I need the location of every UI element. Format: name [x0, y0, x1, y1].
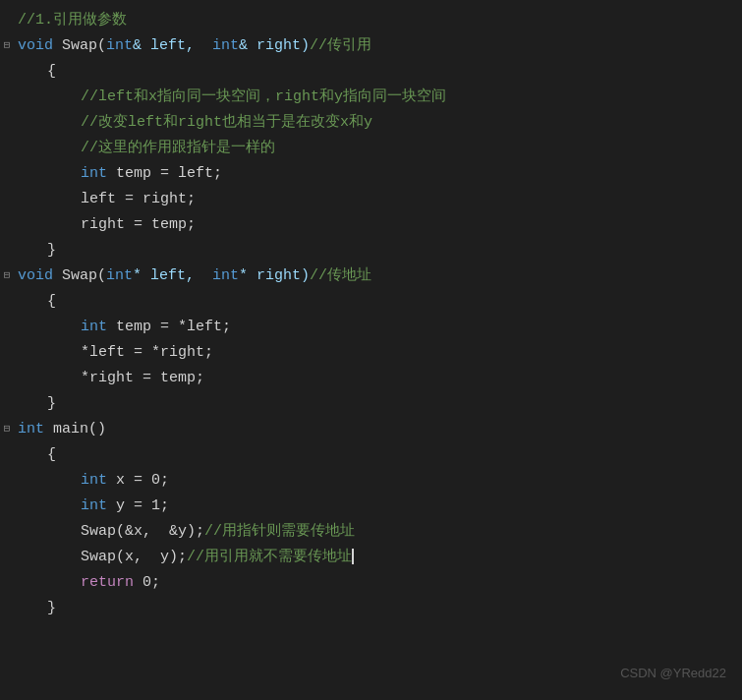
code-token: //用引用就不需要传地址 [187, 549, 352, 565]
line-content: //改变left和right也相当于是在改变x和y [14, 111, 742, 135]
code-token: //传引用 [310, 37, 371, 54]
line-content: *left = *right; [14, 341, 742, 365]
code-token: Swap( [53, 267, 106, 284]
code-token: 0; [134, 574, 160, 591]
fold-gutter[interactable]: ⊟ [0, 37, 14, 55]
line-content: Swap(&x, &y);//用指针则需要传地址 [14, 520, 742, 544]
code-token: main() [44, 421, 106, 438]
code-token: int [18, 421, 44, 438]
fold-gutter[interactable]: ⊟ [0, 267, 14, 285]
code-token: //left和x指向同一块空间，right和y指向同一块空间 [81, 88, 446, 105]
line-content: int y = 1; [14, 495, 742, 518]
line-content: //这里的作用跟指针是一样的 [14, 137, 742, 160]
line-content: Swap(x, y);//用引用就不需要传地址 [14, 546, 742, 569]
code-token: //传地址 [310, 267, 371, 284]
code-token: int [106, 267, 133, 284]
code-line: ⊟void Swap(int* left, int* right)//传地址 [0, 263, 742, 289]
code-line: { [0, 289, 742, 315]
code-token: & left, [133, 37, 212, 54]
code-token: Swap(&x, &y); [81, 523, 204, 540]
line-content: } [14, 597, 742, 620]
code-token: int [212, 37, 239, 54]
line-content: } [14, 392, 742, 416]
line-content: left = right; [14, 188, 742, 211]
line-content: { [14, 290, 742, 314]
watermark: CSDN @YRedd22 [620, 664, 726, 684]
code-token: { [47, 293, 56, 310]
code-line: //改变left和right也相当于是在改变x和y [0, 110, 742, 136]
line-content: void Swap(int* left, int* right)//传地址 [14, 264, 742, 288]
code-line: Swap(&x, &y);//用指针则需要传地址 [0, 519, 742, 545]
code-line: int x = 0; [0, 468, 742, 494]
line-content: right = temp; [14, 213, 742, 237]
code-token: } [47, 600, 56, 616]
code-token: //这里的作用跟指针是一样的 [81, 140, 275, 156]
code-line: *right = temp; [0, 366, 742, 391]
code-token: *left = *right; [81, 344, 213, 361]
line-content: //left和x指向同一块空间，right和y指向同一块空间 [14, 86, 742, 109]
code-token: //1. [18, 12, 53, 29]
code-token: void [18, 37, 53, 54]
code-token: x = 0; [107, 472, 169, 489]
code-line: left = right; [0, 187, 742, 212]
code-token [352, 549, 354, 565]
code-token: * left, [133, 267, 212, 284]
line-content: { [14, 443, 742, 467]
code-token: 引用做参数 [53, 12, 127, 29]
code-line: //left和x指向同一块空间，right和y指向同一块空间 [0, 85, 742, 110]
code-token: return [81, 574, 134, 591]
code-line: right = temp; [0, 212, 742, 238]
code-line: int temp = left; [0, 161, 742, 187]
line-content: { [14, 60, 742, 84]
code-token: right = temp; [81, 216, 196, 233]
code-line: ⊟void Swap(int& left, int& right)//传引用 [0, 33, 742, 59]
line-content: int x = 0; [14, 469, 742, 493]
code-token: { [47, 446, 56, 463]
code-token: //用指针则需要传地址 [204, 523, 355, 540]
code-line: int temp = *left; [0, 315, 742, 340]
code-line: //这里的作用跟指针是一样的 [0, 136, 742, 161]
code-token: int [81, 165, 107, 182]
code-line: //1.引用做参数 [0, 8, 742, 33]
code-line: { [0, 442, 742, 468]
line-content: *right = temp; [14, 367, 742, 390]
code-token: Swap(x, y); [81, 549, 187, 565]
code-token: y = 1; [107, 497, 169, 514]
code-line: } [0, 238, 742, 263]
code-token: int [81, 497, 107, 514]
code-token: { [47, 63, 56, 80]
code-editor: //1.引用做参数⊟void Swap(int& left, int& righ… [0, 0, 742, 700]
code-token: temp = *left; [107, 319, 231, 335]
fold-gutter[interactable]: ⊟ [0, 421, 14, 438]
code-line: ⊟int main() [0, 417, 742, 442]
code-line: return 0; [0, 570, 742, 596]
code-token: int [212, 267, 239, 284]
line-content: //1.引用做参数 [14, 9, 742, 32]
line-content: void Swap(int& left, int& right)//传引用 [14, 34, 742, 58]
line-content: int temp = left; [14, 162, 742, 186]
code-token: } [47, 242, 56, 259]
line-content: int main() [14, 418, 742, 441]
line-content: } [14, 239, 742, 262]
code-token: int [106, 37, 133, 54]
code-line: { [0, 59, 742, 85]
code-token: int [81, 319, 107, 335]
code-token: * right) [239, 267, 310, 284]
code-token: int [81, 472, 107, 489]
code-line: } [0, 596, 742, 621]
code-token: *right = temp; [81, 370, 204, 386]
code-line: Swap(x, y);//用引用就不需要传地址 [0, 545, 742, 570]
code-token: //改变left和right也相当于是在改变x和y [81, 114, 372, 131]
code-token: temp = left; [107, 165, 222, 182]
code-token: } [47, 395, 56, 412]
code-token: left = right; [81, 191, 196, 207]
code-token: & right) [239, 37, 310, 54]
code-token: Swap( [53, 37, 106, 54]
line-content: return 0; [14, 571, 742, 595]
code-line: } [0, 391, 742, 417]
code-line: *left = *right; [0, 340, 742, 366]
code-token: void [18, 267, 53, 284]
code-line: int y = 1; [0, 494, 742, 519]
line-content: int temp = *left; [14, 316, 742, 339]
